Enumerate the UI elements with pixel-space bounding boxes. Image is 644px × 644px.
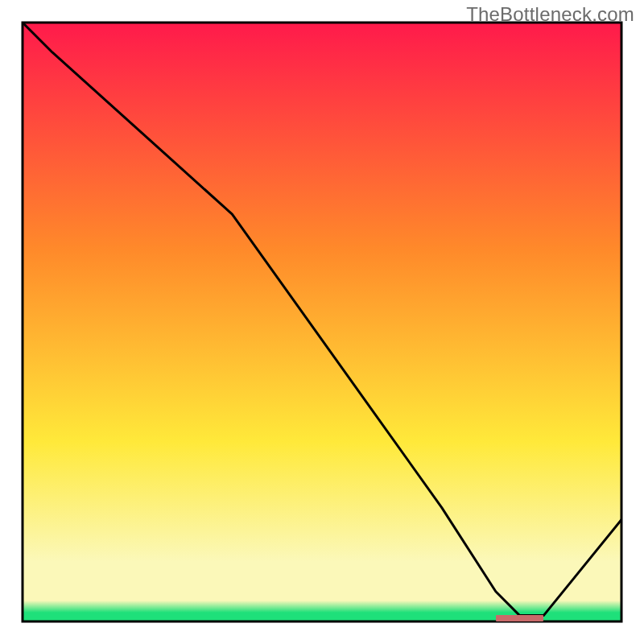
bottleneck-chart	[0, 0, 644, 644]
chart-container: TheBottleneck.com	[0, 0, 644, 644]
watermark-text: TheBottleneck.com	[466, 3, 634, 26]
optimal-range-marker	[496, 615, 544, 621]
plot-background	[23, 23, 621, 621]
